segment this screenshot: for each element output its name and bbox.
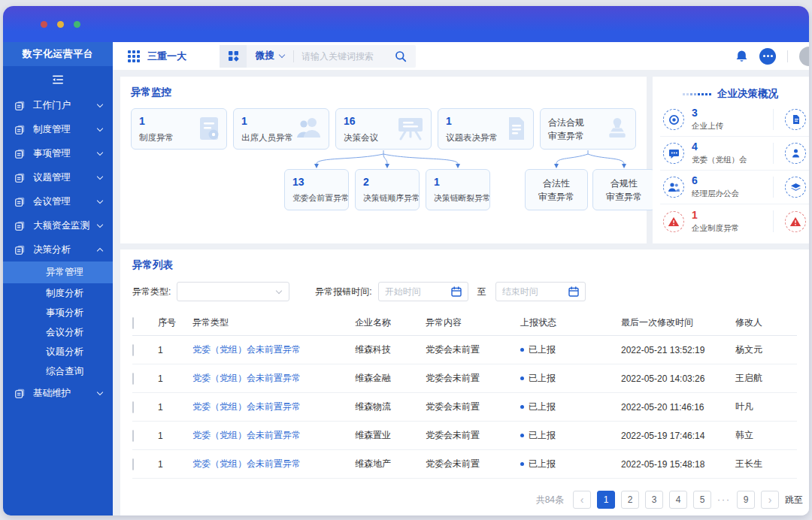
- sidebar-subitem-topic-analysis[interactable]: 议题分析: [3, 342, 113, 361]
- page-button-5[interactable]: 5: [693, 491, 711, 509]
- list-section-title: 异常列表: [132, 258, 797, 272]
- sidebar: 数字化运营平台 工作门户 制度管理 事项管理 议题管理: [3, 42, 113, 515]
- top-navigation-bar: 三重一大 微搜: [113, 42, 809, 71]
- dots-decoration: [683, 93, 711, 95]
- anomaly-type-link[interactable]: 党委（党组）会未前置异常: [192, 344, 301, 355]
- document-icon: [15, 221, 25, 231]
- cell-no: 1: [158, 402, 192, 413]
- app-launcher-button[interactable]: [220, 45, 247, 68]
- stat-card-attendee-anomaly[interactable]: 1 出席人员异常: [233, 108, 329, 150]
- page-button-2[interactable]: 2: [621, 491, 639, 509]
- more-options-button[interactable]: [759, 48, 776, 65]
- page-button-1[interactable]: 1: [597, 491, 615, 509]
- prev-page-button[interactable]: ‹: [573, 491, 591, 509]
- sidebar-subitem-regulation-analysis[interactable]: 制度分析: [3, 283, 113, 303]
- global-search-bar: 微搜: [220, 45, 416, 68]
- cell-time: 2022-05-21 13:52:19: [621, 345, 735, 355]
- stat-card-legal-compliance-review[interactable]: 合法合规 审查异常: [540, 108, 636, 150]
- platform-title: 数字化运营平台: [3, 42, 113, 66]
- document-icon: [15, 388, 25, 398]
- window-close-dot[interactable]: [41, 21, 47, 28]
- start-date-input[interactable]: [378, 282, 468, 301]
- sidebar-subitem-meeting-analysis[interactable]: 会议分析: [3, 322, 113, 342]
- table-row: 1 党委（党组）会未前置异常 维森置业 党委会未前置 已上报 2022-05-1…: [132, 422, 797, 450]
- sidebar-subitem-comprehensive-query[interactable]: 综合查询: [3, 361, 113, 381]
- document-icon: [15, 197, 25, 207]
- row-checkbox[interactable]: [132, 430, 134, 442]
- select-all-checkbox[interactable]: [132, 317, 134, 329]
- sidebar-collapse-button[interactable]: [3, 66, 113, 93]
- start-date-field[interactable]: [385, 286, 447, 297]
- stat-label: 合法性: [543, 177, 570, 190]
- anomaly-type-link[interactable]: 党委（党组）会未前置异常: [192, 401, 301, 412]
- page-button-3[interactable]: 3: [645, 491, 663, 509]
- overview-label: 党委（党组）会: [692, 155, 747, 165]
- person-icon: [785, 143, 806, 164]
- user-avatar[interactable]: [799, 47, 809, 66]
- subitem-label: 议题分析: [46, 346, 83, 358]
- end-date-input[interactable]: [495, 282, 586, 301]
- sidebar-item-meetings[interactable]: 会议管理: [3, 189, 113, 213]
- substat-card-chain-break[interactable]: 1 决策链断裂异常: [426, 169, 490, 210]
- column-header: 修改人: [735, 316, 797, 329]
- filter-type-label: 异常类型:: [132, 286, 171, 298]
- document-icon: [15, 173, 25, 183]
- stat-card-regulation-anomaly[interactable]: 1 制度异常: [131, 108, 227, 150]
- substat-card-chain-order[interactable]: 2 决策链顺序异常: [355, 169, 420, 210]
- sidebar-item-regulation[interactable]: 制度管理: [3, 117, 113, 141]
- sidebar-item-label: 制度管理: [33, 123, 71, 136]
- sidebar-item-matters[interactable]: 事项管理: [3, 141, 113, 165]
- chevron-down-icon: [97, 101, 103, 107]
- cell-time: 2022-05-20 14:03:26: [621, 373, 735, 384]
- sidebar-subitem-anomaly-management[interactable]: 异常管理: [3, 262, 113, 283]
- cell-content: 党委会未前置: [426, 372, 520, 385]
- apps-grid-icon[interactable]: [128, 50, 140, 62]
- anomaly-type-link[interactable]: 党委（党组）会未前置异常: [192, 373, 301, 383]
- warning-icon: [663, 211, 684, 232]
- chevron-down-icon: [97, 197, 103, 203]
- table-row: 1 党委（党组）会未前置异常 维森科技 党委会未前置 已上报 2022-05-2…: [132, 336, 797, 364]
- stat-card-topic-vote-anomaly[interactable]: 1 议题表决异常: [438, 108, 534, 150]
- calendar-icon: [568, 286, 579, 297]
- row-checkbox[interactable]: [132, 344, 134, 356]
- window-maximize-dot[interactable]: [74, 21, 80, 28]
- notifications-button[interactable]: [735, 50, 748, 63]
- anomaly-type-link[interactable]: 党委（党组）会未前置异常: [192, 458, 301, 469]
- sidebar-item-decision-analysis[interactable]: 决策分析: [3, 237, 113, 262]
- chevron-down-icon[interactable]: [279, 52, 285, 58]
- search-engine-selector[interactable]: 微搜: [256, 50, 274, 62]
- sidebar-item-large-funds[interactable]: 大额资金监测: [3, 213, 113, 237]
- current-app-tab[interactable]: 三重一大: [147, 50, 186, 63]
- sidebar-item-basic-maintenance[interactable]: 基础维护: [3, 381, 113, 405]
- page-button-9[interactable]: 9: [737, 491, 755, 509]
- substat-card-party-committee-pre[interactable]: 13 党委会前置异常: [284, 169, 349, 210]
- substat-card-compliance-review[interactable]: 合规性 审查异常: [592, 169, 656, 210]
- warning-icon: [785, 211, 806, 232]
- search-button[interactable]: [395, 50, 407, 62]
- page-button-4[interactable]: 4: [669, 491, 687, 509]
- row-checkbox[interactable]: [132, 373, 134, 385]
- sidebar-item-label: 议题管理: [33, 171, 71, 184]
- search-input[interactable]: [294, 51, 392, 62]
- sidebar-item-label: 决策分析: [33, 243, 71, 256]
- substat-card-legality-review[interactable]: 合法性 审查异常: [525, 169, 588, 210]
- cell-no: 1: [158, 345, 192, 355]
- next-page-button[interactable]: ›: [761, 491, 779, 509]
- anomaly-type-link[interactable]: 党委（党组）会未前置异常: [192, 430, 301, 440]
- end-date-field[interactable]: [502, 286, 565, 297]
- sidebar-item-topics[interactable]: 议题管理: [3, 165, 113, 189]
- stat-card-decision-meetings[interactable]: 16 决策会议: [335, 108, 432, 150]
- anomaly-type-select[interactable]: [177, 282, 289, 301]
- chat-icon: [663, 143, 684, 164]
- sidebar-item-work-portal[interactable]: 工作门户: [3, 93, 113, 117]
- cell-company: 维森金融: [355, 372, 426, 385]
- sidebar-subitem-matter-analysis[interactable]: 事项分析: [3, 303, 113, 322]
- sidebar-item-label: 大额资金监测: [33, 219, 89, 232]
- presentation-icon: [396, 116, 425, 141]
- document-icon: [506, 116, 527, 141]
- row-checkbox[interactable]: [132, 401, 134, 413]
- window-minimize-dot[interactable]: [57, 21, 64, 28]
- launcher-squares-icon: [228, 50, 239, 62]
- row-checkbox[interactable]: [132, 458, 134, 470]
- status-dot: [520, 462, 524, 466]
